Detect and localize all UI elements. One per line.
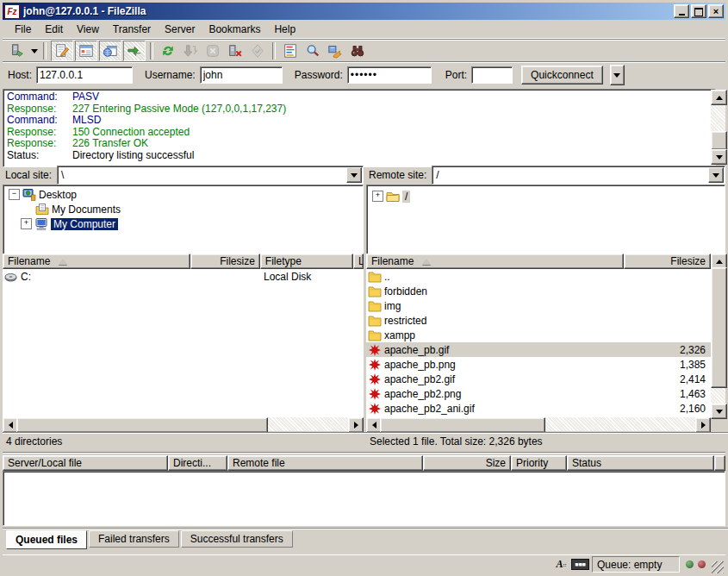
toolbar-separator bbox=[272, 42, 276, 59]
process-queue-button[interactable] bbox=[180, 41, 201, 60]
column-header-filename[interactable]: Filename bbox=[3, 254, 190, 269]
file-row[interactable]: restricted bbox=[366, 313, 711, 328]
remote-v-scrollbar[interactable] bbox=[711, 254, 725, 417]
log-scrollbar[interactable] bbox=[711, 90, 725, 163]
port-input[interactable] bbox=[471, 66, 513, 84]
local-directory-tree[interactable]: Desktop My Documents My Computer bbox=[3, 185, 364, 255]
file-row-c-drive[interactable]: C: Local Disk bbox=[3, 269, 364, 284]
menu-bookmarks[interactable]: Bookmarks bbox=[202, 22, 267, 37]
file-row[interactable]: apache_pb2.png 1,463 bbox=[366, 386, 711, 401]
scroll-down-button[interactable] bbox=[711, 149, 727, 165]
toggle-log-view-button[interactable] bbox=[51, 41, 73, 61]
file-row[interactable]: img bbox=[366, 298, 711, 313]
cancel-operation-button[interactable] bbox=[202, 41, 223, 60]
local-h-scrollbar[interactable] bbox=[3, 417, 364, 431]
file-row-selected[interactable]: apache_pb.gif 2,326 bbox=[366, 342, 711, 357]
file-row[interactable]: apache_pb2_ani.gif 2,160 bbox=[366, 401, 711, 416]
scroll-right-button[interactable] bbox=[695, 417, 711, 433]
filter-button[interactable] bbox=[280, 41, 301, 60]
column-header-filetype[interactable]: Filetype bbox=[260, 254, 353, 269]
remote-h-scrollbar[interactable] bbox=[366, 417, 711, 431]
menu-file[interactable]: File bbox=[8, 22, 38, 37]
scroll-right-button[interactable] bbox=[348, 417, 364, 433]
column-header-filesize[interactable]: Filesize bbox=[190, 254, 260, 269]
collapse-icon[interactable] bbox=[9, 189, 20, 200]
toggle-remote-tree-button[interactable] bbox=[99, 41, 121, 61]
scroll-down-button[interactable] bbox=[711, 404, 727, 419]
column-header-server-local-file[interactable]: Server/Local file bbox=[3, 455, 168, 471]
tab-failed-transfers[interactable]: Failed transfers bbox=[89, 530, 179, 548]
local-list-body[interactable]: C: Local Disk bbox=[3, 269, 364, 417]
file-type: Local Disk bbox=[264, 271, 311, 283]
file-row[interactable]: .. bbox=[366, 269, 711, 284]
file-row[interactable]: xampp bbox=[366, 328, 711, 342]
tree-item-my-computer[interactable]: My Computer bbox=[3, 216, 363, 231]
column-header-status[interactable]: Status bbox=[567, 455, 714, 471]
disconnect-button[interactable] bbox=[225, 41, 246, 60]
title-bar[interactable]: Fz john@127.0.0.1 - FileZilla × bbox=[3, 3, 725, 20]
remote-site-bar: Remote site: / bbox=[366, 166, 725, 185]
quickconnect-button[interactable]: Quickconnect bbox=[521, 66, 603, 85]
filter-icon bbox=[283, 43, 298, 59]
tree-item-desktop[interactable]: Desktop bbox=[3, 187, 363, 202]
encryption-indicator-icon: ■■■ bbox=[571, 559, 589, 570]
menu-help[interactable]: Help bbox=[267, 22, 302, 37]
menu-view[interactable]: View bbox=[70, 22, 106, 37]
refresh-button[interactable] bbox=[158, 41, 178, 60]
scrollbar-thumb[interactable] bbox=[380, 417, 545, 433]
file-row[interactable]: apache_pb2.gif 2,414 bbox=[366, 372, 711, 386]
expand-icon[interactable] bbox=[372, 191, 383, 202]
file-row[interactable]: apache_pb.png 1,385 bbox=[366, 357, 711, 372]
scrollbar-thumb[interactable] bbox=[711, 131, 727, 150]
column-header-filesize[interactable]: Filesize bbox=[624, 254, 711, 269]
scroll-up-button[interactable] bbox=[711, 90, 727, 105]
site-manager-button[interactable] bbox=[7, 41, 28, 60]
close-button[interactable]: × bbox=[708, 4, 724, 18]
message-log[interactable]: Command:PASV Response:227 Entering Passi… bbox=[3, 89, 716, 167]
tree-item-root[interactable]: / bbox=[367, 189, 725, 203]
remote-list-body[interactable]: .. forbidden img restricted xampp apache… bbox=[366, 269, 711, 417]
log-row: Command:PASV bbox=[7, 91, 715, 103]
window-title: john@127.0.0.1 - FileZilla bbox=[23, 5, 672, 17]
file-search-button[interactable] bbox=[302, 41, 323, 60]
toggle-queue-view-button[interactable] bbox=[123, 41, 146, 61]
column-header-last-modified[interactable]: L bbox=[353, 254, 364, 269]
combo-dropdown-button[interactable] bbox=[708, 167, 724, 183]
column-header-direction[interactable]: Directi... bbox=[168, 455, 227, 471]
local-site-combo[interactable]: \ bbox=[57, 166, 364, 185]
host-input[interactable] bbox=[36, 66, 133, 84]
password-input[interactable] bbox=[347, 66, 432, 84]
file-row[interactable]: forbidden bbox=[366, 284, 711, 298]
resize-grip[interactable] bbox=[712, 561, 724, 573]
toggle-local-tree-button[interactable] bbox=[75, 41, 97, 61]
username-input[interactable] bbox=[200, 66, 283, 84]
remote-site-combo[interactable]: / bbox=[432, 166, 725, 185]
menu-edit[interactable]: Edit bbox=[38, 22, 70, 37]
directory-comparison-button[interactable] bbox=[347, 41, 368, 60]
maximize-button[interactable] bbox=[691, 4, 706, 18]
scrollbar-thumb[interactable] bbox=[711, 267, 727, 388]
log-row: Response:227 Entering Passive Mode (127,… bbox=[7, 103, 715, 116]
menu-server[interactable]: Server bbox=[158, 22, 202, 37]
combo-dropdown-button[interactable] bbox=[346, 167, 362, 183]
column-header-filename[interactable]: Filename bbox=[366, 254, 624, 269]
column-header-priority[interactable]: Priority bbox=[511, 455, 567, 471]
column-header-size[interactable]: Size bbox=[423, 455, 511, 471]
scrollbar-thumb[interactable] bbox=[16, 417, 268, 433]
arrow-down-icon bbox=[716, 155, 723, 160]
tree-item-my-documents[interactable]: My Documents bbox=[3, 202, 363, 216]
quickconnect-dropdown[interactable] bbox=[610, 65, 625, 85]
refresh-icon bbox=[160, 43, 176, 59]
queue-list-body[interactable] bbox=[3, 471, 725, 526]
minimize-button[interactable] bbox=[674, 4, 689, 18]
tab-queued-files[interactable]: Queued files bbox=[6, 530, 87, 549]
remote-directory-tree[interactable]: / bbox=[366, 185, 725, 257]
reconnect-button[interactable] bbox=[247, 41, 268, 60]
synchronized-browsing-button[interactable] bbox=[325, 41, 345, 60]
site-manager-dropdown[interactable] bbox=[28, 41, 40, 60]
tab-successful-transfers[interactable]: Successful transfers bbox=[181, 530, 293, 548]
menu-transfer[interactable]: Transfer bbox=[106, 22, 158, 37]
column-header-remote-file[interactable]: Remote file bbox=[227, 455, 423, 471]
minimize-icon bbox=[679, 14, 685, 16]
expand-icon[interactable] bbox=[21, 218, 32, 229]
